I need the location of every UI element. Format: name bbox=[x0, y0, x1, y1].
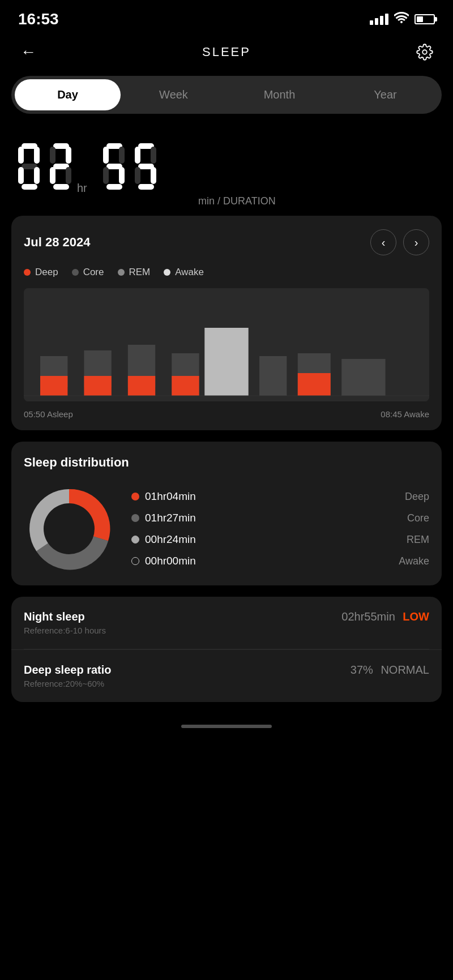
night-sleep-title: Night sleep bbox=[24, 610, 106, 623]
wifi-icon bbox=[394, 12, 409, 27]
gear-icon bbox=[416, 44, 433, 61]
deep-dist-dot bbox=[131, 493, 139, 500]
svg-rect-11 bbox=[50, 167, 55, 184]
svg-rect-17 bbox=[119, 147, 125, 164]
svg-rect-1 bbox=[18, 147, 24, 164]
core-dist-dot bbox=[131, 514, 139, 522]
svg-rect-37 bbox=[172, 376, 199, 396]
night-sleep-row: Night sleep Reference:6-10 hours 02hr55m… bbox=[11, 597, 442, 649]
legend-rem-label: REM bbox=[129, 267, 151, 278]
card-header: Jul 28 2024 ‹ › bbox=[24, 229, 429, 255]
svg-rect-5 bbox=[34, 167, 40, 184]
svg-text:hr: hr bbox=[77, 182, 87, 194]
status-time: 16:53 bbox=[18, 10, 59, 28]
deep-sleep-ratio-row: Deep sleep ratio Reference:20%~60% 37% N… bbox=[11, 649, 442, 702]
legend-awake: Awake bbox=[164, 267, 204, 278]
dist-row-rem: 00hr24min REM bbox=[131, 533, 429, 546]
svg-rect-35 bbox=[128, 376, 155, 396]
svg-rect-39 bbox=[259, 356, 287, 396]
svg-rect-4 bbox=[18, 167, 24, 184]
back-button[interactable]: ← bbox=[16, 40, 41, 65]
svg-rect-31 bbox=[40, 376, 67, 396]
legend-core: Core bbox=[72, 267, 104, 278]
tab-month[interactable]: Month bbox=[226, 79, 332, 110]
deep-stage-label: Deep bbox=[405, 491, 429, 503]
night-sleep-value: 02hr55min LOW bbox=[341, 610, 429, 623]
deep-time: 01hr04min bbox=[145, 490, 196, 503]
core-dot bbox=[72, 269, 79, 276]
svg-rect-26 bbox=[135, 167, 140, 184]
pie-chart bbox=[24, 483, 114, 574]
rem-stage-label: REM bbox=[407, 534, 429, 546]
sleep-chart-card: Jul 28 2024 ‹ › Deep Core REM Awake bbox=[11, 216, 442, 430]
dist-row-deep: 01hr04min Deep bbox=[131, 490, 429, 503]
night-sleep-ref: Reference:6-10 hours bbox=[24, 626, 106, 635]
legend-rem: REM bbox=[118, 267, 151, 278]
status-bar: 16:53 bbox=[0, 0, 453, 34]
svg-rect-9 bbox=[66, 147, 71, 164]
dist-row-awake: 00hr00min Awake bbox=[131, 555, 429, 567]
stats-card: Night sleep Reference:6-10 hours 02hr55m… bbox=[11, 597, 442, 702]
svg-rect-20 bbox=[119, 167, 125, 184]
svg-rect-2 bbox=[34, 147, 40, 164]
legend-deep-label: Deep bbox=[35, 267, 58, 278]
sleep-distribution-card: Sleep distribution bbox=[11, 442, 442, 585]
deep-sleep-value: 37% NORMAL bbox=[351, 664, 429, 677]
tab-week[interactable]: Week bbox=[121, 79, 226, 110]
home-bar bbox=[181, 725, 272, 728]
legend-deep: Deep bbox=[24, 267, 58, 278]
svg-rect-33 bbox=[84, 376, 111, 396]
core-time: 01hr27min bbox=[145, 512, 196, 524]
duration-unit-label: min / DURATION bbox=[198, 195, 276, 210]
svg-rect-27 bbox=[151, 167, 156, 184]
settings-button[interactable] bbox=[412, 40, 437, 65]
tab-day[interactable]: Day bbox=[15, 79, 121, 110]
tab-selector: Day Week Month Year bbox=[11, 76, 442, 114]
rem-time: 00hr24min bbox=[145, 533, 196, 546]
rem-dot bbox=[118, 269, 125, 276]
signal-icon bbox=[370, 14, 388, 25]
header: ← SLEEP bbox=[0, 34, 453, 76]
sleep-end-time: 08:45 Awake bbox=[381, 409, 429, 419]
svg-rect-8 bbox=[50, 147, 55, 164]
legend-core-label: Core bbox=[83, 267, 104, 278]
awake-dist-dot bbox=[131, 557, 139, 565]
svg-rect-6 bbox=[22, 184, 37, 190]
chart-times: 05:50 Asleep 08:45 Awake bbox=[24, 409, 429, 419]
svg-rect-24 bbox=[151, 147, 156, 164]
back-arrow-icon: ← bbox=[20, 43, 36, 61]
prev-date-button[interactable]: ‹ bbox=[370, 229, 396, 255]
sleep-start-time: 05:50 Asleep bbox=[24, 409, 73, 419]
battery-icon bbox=[414, 14, 435, 24]
night-sleep-status: LOW bbox=[403, 610, 429, 623]
distribution-legend: 01hr04min Deep 01hr27min Core 00hr24min … bbox=[131, 490, 429, 567]
led-time-svg: hr bbox=[17, 142, 193, 210]
dist-row-core: 01hr27min Core bbox=[131, 512, 429, 524]
rem-dist-dot bbox=[131, 536, 139, 544]
pie-chart-svg bbox=[24, 483, 114, 574]
page-title: SLEEP bbox=[202, 45, 251, 59]
sleep-date: Jul 28 2024 bbox=[24, 235, 90, 250]
date-navigation: ‹ › bbox=[370, 229, 429, 255]
svg-rect-42 bbox=[341, 359, 385, 396]
sleep-stage-chart bbox=[24, 288, 429, 401]
svg-rect-28 bbox=[138, 184, 154, 190]
svg-rect-41 bbox=[298, 373, 331, 396]
deep-sleep-ref: Reference:20%~60% bbox=[24, 679, 112, 688]
awake-stage-label: Awake bbox=[399, 555, 429, 567]
deep-sleep-title: Deep sleep ratio bbox=[24, 664, 112, 677]
svg-rect-13 bbox=[53, 184, 69, 190]
svg-rect-21 bbox=[106, 184, 122, 190]
core-stage-label: Core bbox=[407, 512, 429, 524]
next-date-button[interactable]: › bbox=[403, 229, 429, 255]
deep-dot bbox=[24, 269, 31, 276]
tab-year[interactable]: Year bbox=[332, 79, 438, 110]
deep-sleep-status: NORMAL bbox=[381, 664, 429, 676]
sleep-legend: Deep Core REM Awake bbox=[24, 267, 429, 278]
legend-awake-label: Awake bbox=[175, 267, 204, 278]
svg-rect-19 bbox=[103, 167, 109, 184]
distribution-content: 01hr04min Deep 01hr27min Core 00hr24min … bbox=[24, 483, 429, 574]
svg-point-45 bbox=[44, 503, 95, 554]
svg-rect-12 bbox=[66, 167, 71, 184]
awake-dot bbox=[164, 269, 170, 276]
